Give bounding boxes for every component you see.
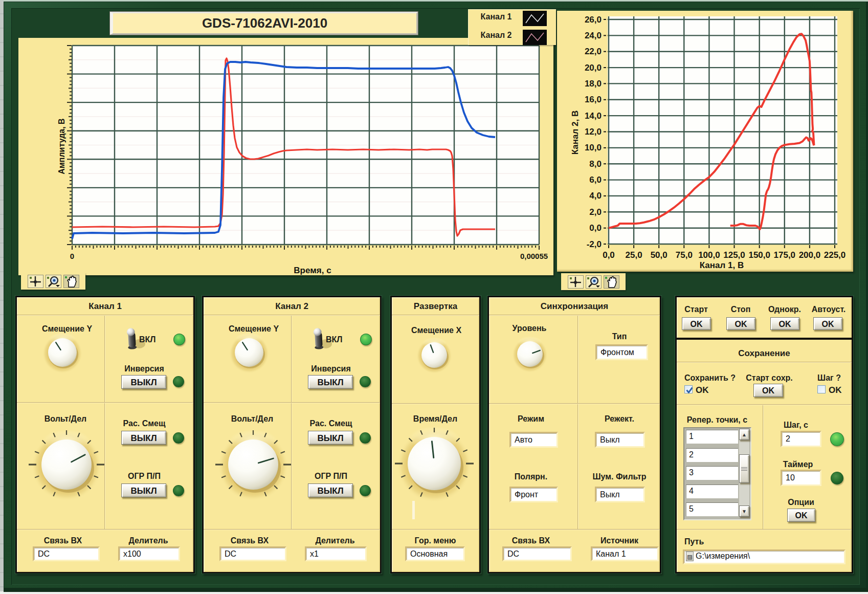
svg-text:75,0: 75,0: [676, 250, 693, 260]
svg-text:Канал 2, В: Канал 2, В: [570, 111, 580, 155]
svg-text:20,0: 20,0: [585, 63, 602, 73]
svg-text:10,0: 10,0: [585, 143, 602, 152]
svg-text:150,0: 150,0: [748, 250, 770, 260]
svg-text:24,0: 24,0: [585, 31, 602, 40]
svg-text:-2,0: -2,0: [587, 239, 602, 249]
svg-text:Амплитуда, В: Амплитуда, В: [57, 118, 66, 174]
svg-text:26,0: 26,0: [585, 15, 602, 25]
svg-text:125,0: 125,0: [723, 250, 745, 260]
svg-text:12,0: 12,0: [585, 127, 602, 137]
svg-text:18,0: 18,0: [585, 79, 602, 89]
svg-text:16,0: 16,0: [585, 95, 602, 104]
svg-text:0,0: 0,0: [603, 250, 615, 260]
svg-text:14,0: 14,0: [585, 111, 602, 121]
svg-text:175,0: 175,0: [774, 250, 796, 260]
svg-text:Время, с: Время, с: [294, 266, 331, 275]
svg-text:225,0: 225,0: [824, 250, 846, 260]
svg-text:Канал 1, В: Канал 1, В: [700, 260, 744, 270]
svg-text:50,0: 50,0: [651, 250, 667, 260]
svg-text:8,0: 8,0: [589, 159, 602, 169]
svg-text:0,00055: 0,00055: [520, 252, 548, 260]
svg-text:100,0: 100,0: [698, 250, 720, 260]
svg-text:25,0: 25,0: [626, 250, 642, 260]
svg-text:4,0: 4,0: [589, 191, 602, 201]
svg-text:0: 0: [70, 252, 74, 260]
svg-text:200,0: 200,0: [799, 250, 821, 260]
svg-text:0,0: 0,0: [589, 223, 602, 233]
svg-text:22,0: 22,0: [585, 47, 602, 56]
svg-text:2,0: 2,0: [589, 207, 602, 217]
svg-text:6,0: 6,0: [589, 175, 602, 185]
